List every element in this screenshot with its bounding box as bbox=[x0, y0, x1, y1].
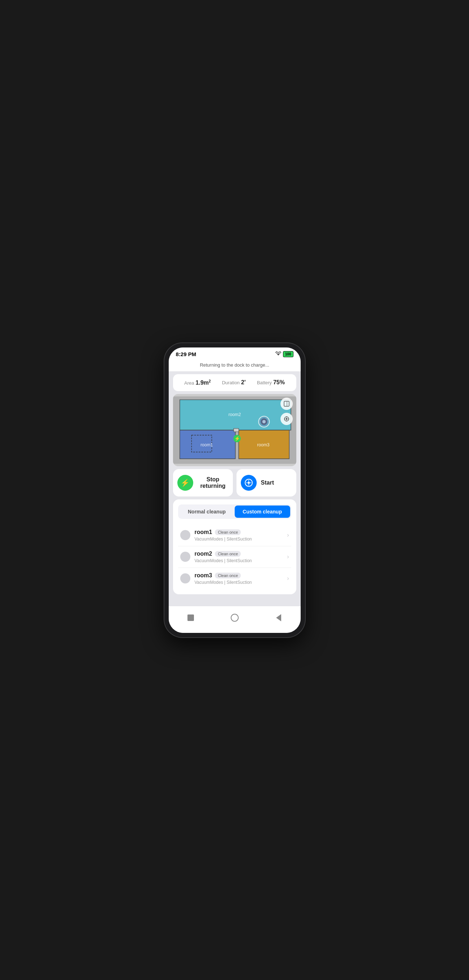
nav-square-button[interactable] bbox=[183, 610, 199, 626]
svg-text:room1: room1 bbox=[200, 442, 213, 447]
stop-returning-button[interactable]: ⚡ Stop returning bbox=[173, 469, 233, 496]
area-stat: Area 1.9m2 bbox=[184, 379, 211, 386]
back-icon bbox=[276, 614, 281, 621]
stats-bar: Area 1.9m2 Duration 2' Battery 75% bbox=[173, 374, 296, 391]
cleanup-panel: Normal cleanup Custom cleanup room1 Clea… bbox=[173, 500, 296, 594]
svg-text:⚡: ⚡ bbox=[234, 436, 240, 442]
room-item[interactable]: room3 Clean once VacuumModes | SilentSuc… bbox=[178, 568, 291, 589]
start-button[interactable]: Start bbox=[236, 469, 296, 496]
room-item[interactable]: room2 Clean once VacuumModes | SilentSuc… bbox=[178, 546, 291, 568]
svg-point-11 bbox=[262, 420, 265, 423]
status-time: 8:29 PM bbox=[176, 351, 196, 357]
room1-info: room1 Clean once VacuumModes | SilentSuc… bbox=[195, 529, 283, 542]
room-list: room1 Clean once VacuumModes | SilentSuc… bbox=[178, 525, 291, 589]
duration-stat: Duration 2' bbox=[222, 379, 246, 386]
square-icon bbox=[187, 614, 194, 621]
nav-back-button[interactable] bbox=[271, 610, 287, 626]
phone-screen: 8:29 PM 100 Returning to the dock to cha… bbox=[169, 347, 301, 633]
room3-info: room3 Clean once VacuumModes | SilentSuc… bbox=[195, 572, 283, 585]
svg-point-23 bbox=[248, 482, 250, 484]
room3-toggle[interactable] bbox=[180, 573, 190, 584]
room1-toggle[interactable] bbox=[180, 530, 190, 540]
room2-info: room2 Clean once VacuumModes | SilentSuc… bbox=[195, 550, 283, 563]
scroll-content[interactable]: Returning to the dock to charge... Area … bbox=[169, 360, 301, 606]
battery-indicator: 100 bbox=[283, 351, 293, 357]
custom-cleanup-tab[interactable]: Custom cleanup bbox=[234, 506, 290, 518]
map-location-button[interactable] bbox=[280, 413, 293, 425]
room2-toggle[interactable] bbox=[180, 552, 190, 562]
battery-stat: Battery 75% bbox=[257, 379, 285, 386]
room-item[interactable]: room1 Clean once VacuumModes | SilentSuc… bbox=[178, 525, 291, 546]
floor-map: room2 room1 room3 ⚡ bbox=[173, 394, 296, 466]
map-container: room2 room1 room3 ⚡ bbox=[173, 394, 296, 466]
wifi-icon bbox=[276, 352, 281, 357]
status-bar: 8:29 PM 100 bbox=[169, 347, 301, 360]
bottom-nav bbox=[169, 606, 301, 633]
svg-text:room3: room3 bbox=[257, 442, 269, 447]
room2-chevron-icon: › bbox=[287, 554, 289, 560]
header-status-text: Returning to the dock to charge... bbox=[169, 360, 301, 371]
svg-text:room2: room2 bbox=[228, 412, 241, 417]
room3-chevron-icon: › bbox=[287, 575, 289, 582]
start-icon bbox=[241, 475, 257, 491]
nav-home-button[interactable] bbox=[227, 610, 242, 626]
control-buttons: ⚡ Stop returning Start bbox=[173, 469, 296, 496]
cleanup-tabs: Normal cleanup Custom cleanup bbox=[178, 504, 291, 519]
phone-shell: 8:29 PM 100 Returning to the dock to cha… bbox=[165, 343, 305, 637]
stop-returning-icon: ⚡ bbox=[177, 475, 193, 491]
normal-cleanup-tab[interactable]: Normal cleanup bbox=[179, 506, 234, 518]
room1-chevron-icon: › bbox=[287, 532, 289, 538]
svg-rect-4 bbox=[234, 428, 239, 431]
circle-icon bbox=[231, 614, 239, 622]
svg-rect-14 bbox=[284, 401, 289, 406]
map-expand-button[interactable] bbox=[280, 398, 293, 410]
status-icons: 100 bbox=[276, 351, 293, 357]
svg-point-17 bbox=[285, 418, 287, 420]
